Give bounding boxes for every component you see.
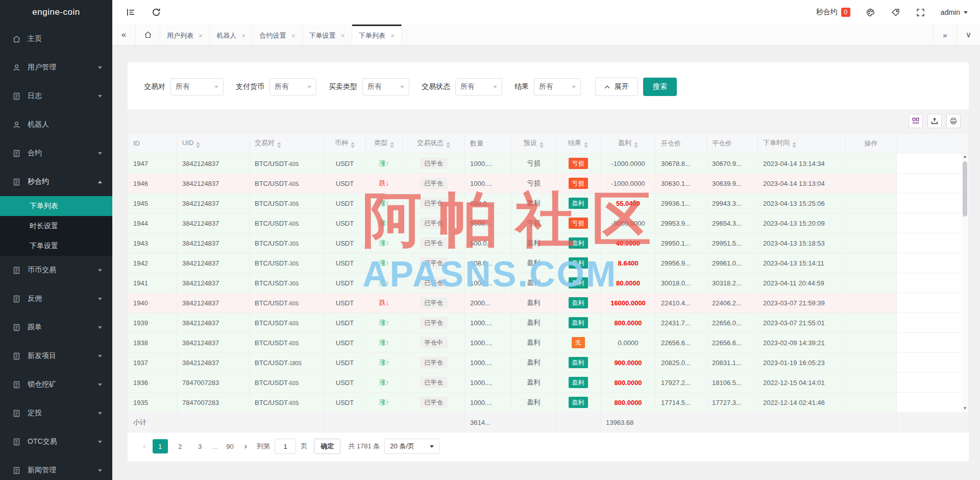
close-icon[interactable]: × — [199, 32, 203, 39]
sidebar-item-copy-trade[interactable]: 跟单 — [0, 313, 112, 342]
cell-filler — [897, 353, 969, 373]
col-header-uid[interactable]: UID — [177, 133, 250, 154]
sidebar-item-logs[interactable]: 日志 — [0, 82, 112, 110]
result-badge: 无 — [572, 337, 585, 348]
seconds-contract-notice[interactable]: 秒合约 0 — [816, 8, 850, 17]
tabs-scroll-right-button[interactable]: » — [933, 25, 957, 45]
page-size-select[interactable]: 20 条/页 — [384, 439, 439, 454]
sidebar-item-news-mgmt[interactable]: 新闻管理 — [0, 456, 112, 480]
scroll-up-icon[interactable]: ▲ — [963, 154, 967, 160]
table-row: 19473842124837BTC/USDT-60SUSDT涨↑已平仓1000.… — [128, 154, 969, 174]
sidebar-item-label: 合约 — [28, 149, 98, 158]
filter-group-pay-currency: 支付货币所有 — [236, 78, 316, 95]
page-button-1[interactable]: 1 — [153, 439, 168, 453]
tab-user-list[interactable]: 用户列表× — [160, 25, 210, 45]
filter-select-trade-type[interactable]: 所有 — [362, 78, 409, 95]
prev-page-button[interactable]: ‹ — [141, 441, 148, 451]
profit-value: 900.0000 — [614, 359, 642, 367]
close-icon[interactable]: × — [390, 32, 395, 39]
tag-icon[interactable] — [891, 8, 900, 17]
sidebar-item-user-mgmt[interactable]: 用户管理 — [0, 53, 112, 82]
col-header-preset[interactable]: 预设 — [512, 133, 556, 154]
col-header-coin[interactable]: 币种 — [324, 133, 366, 154]
collapse-sidebar-icon[interactable] — [126, 7, 136, 17]
page-button-2[interactable]: 2 — [173, 439, 188, 453]
fullscreen-icon[interactable] — [916, 8, 925, 17]
sidebar-item-rebate[interactable]: 反佣 — [0, 284, 112, 313]
sidebar-subitem-duration-settings[interactable]: 时长设置 — [0, 216, 112, 236]
tabbar: « 用户列表×机器人×合约设置×下单设置×下单列表× » ∨ — [112, 25, 980, 45]
cell-qty: 108.0... — [465, 253, 512, 273]
close-icon[interactable]: × — [241, 32, 246, 39]
page-ellipsis: ... — [212, 443, 218, 450]
page-button-90[interactable]: 90 — [223, 439, 238, 453]
sidebar-item-robots[interactable]: 机器人 — [0, 110, 112, 139]
type-up-indicator: 涨↑ — [379, 279, 389, 286]
goto-label: 到第 — [257, 442, 270, 451]
sidebar-item-otc-trade[interactable]: OTC交易 — [0, 427, 112, 456]
tab-order-list[interactable]: 下单列表× — [352, 25, 402, 45]
sidebar-subitem-order-settings[interactable]: 下单设置 — [0, 236, 112, 256]
doc-icon — [12, 438, 21, 446]
page-button-3[interactable]: 3 — [192, 439, 208, 453]
cell-open-price: 17714.5... — [656, 393, 707, 413]
expand-filters-button[interactable]: 展开 — [595, 78, 638, 96]
cell-filler — [897, 393, 969, 413]
sidebar-item-home[interactable]: 主页 — [0, 25, 112, 53]
close-icon[interactable]: × — [291, 32, 295, 39]
print-button[interactable] — [946, 114, 961, 128]
filter-select-pair[interactable]: 所有 — [170, 78, 224, 95]
caret-up-icon — [792, 142, 796, 145]
subtotal-cell — [846, 413, 897, 433]
cell-result: 盈利 — [556, 233, 601, 253]
col-header-order-time[interactable]: 下单时间 — [758, 133, 846, 154]
col-label: 交易对 — [255, 139, 275, 147]
filter-label: 结果 — [514, 82, 529, 91]
tabs-scroll-left-button[interactable]: « — [112, 25, 136, 45]
goto-page-input[interactable] — [275, 439, 296, 454]
close-icon[interactable]: × — [341, 32, 345, 39]
status-badge: 已平仓 — [420, 297, 448, 308]
admin-user-menu[interactable]: admin — [941, 8, 968, 16]
tab-contract-settings[interactable]: 合约设置× — [253, 25, 302, 45]
sidebar-subitem-order-list[interactable]: 下单列表 — [0, 196, 112, 216]
theme-palette-icon[interactable] — [866, 8, 875, 17]
filter-select-pay-currency[interactable]: 所有 — [270, 78, 316, 95]
sidebar-item-seconds-contract[interactable]: 秒合约 — [0, 167, 112, 196]
sort-carets-icon — [390, 142, 394, 148]
col-header-type[interactable]: 类型 — [366, 133, 403, 154]
sidebar-item-new-projects[interactable]: 新发项目 — [0, 342, 112, 370]
scroll-down-icon[interactable]: ▼ — [963, 405, 967, 412]
sidebar-item-auto-invest[interactable]: 定投 — [0, 399, 112, 427]
filter-select-result[interactable]: 所有 — [534, 78, 581, 95]
filter-select-trade-status[interactable]: 所有 — [455, 78, 502, 95]
cell-coin: USDT — [324, 233, 366, 253]
sidebar-item-coin-trade[interactable]: 币币交易 — [0, 256, 112, 284]
sidebar-item-contracts[interactable]: 合约 — [0, 139, 112, 167]
tab-robots[interactable]: 机器人× — [210, 25, 253, 45]
tab-order-settings[interactable]: 下单设置× — [303, 25, 352, 45]
next-page-button[interactable]: › — [242, 441, 250, 451]
home-tab[interactable] — [136, 25, 160, 45]
cell-open-price: 30018.0... — [656, 273, 707, 293]
sidebar-item-label: 币币交易 — [28, 266, 98, 275]
search-button[interactable]: 搜索 — [643, 78, 677, 96]
col-header-result[interactable]: 结果 — [556, 133, 601, 154]
scrollbar-thumb[interactable] — [963, 161, 967, 217]
cell-pair: BTC/USDT-60S — [250, 293, 324, 313]
column-settings-button[interactable] — [909, 114, 923, 128]
cell-coin: USDT — [324, 174, 366, 194]
goto-confirm-button[interactable]: 确定 — [314, 439, 340, 454]
cell-status: 平仓中 — [403, 333, 465, 353]
tabs-menu-button[interactable]: ∨ — [957, 25, 980, 45]
pair-duration: -60S — [288, 181, 299, 187]
refresh-icon[interactable] — [151, 7, 161, 17]
col-header-profit[interactable]: 盈利 — [601, 133, 656, 154]
cell-uid: 3842124837 — [177, 213, 250, 233]
export-button[interactable] — [927, 114, 942, 128]
cell-coin: USDT — [324, 373, 366, 393]
col-header-status[interactable]: 交易状态 — [403, 133, 465, 154]
sidebar-item-label: 新闻管理 — [28, 466, 98, 475]
col-header-pair[interactable]: 交易对 — [250, 133, 324, 154]
sidebar-item-lock-mining[interactable]: 锁仓挖矿 — [0, 370, 112, 399]
